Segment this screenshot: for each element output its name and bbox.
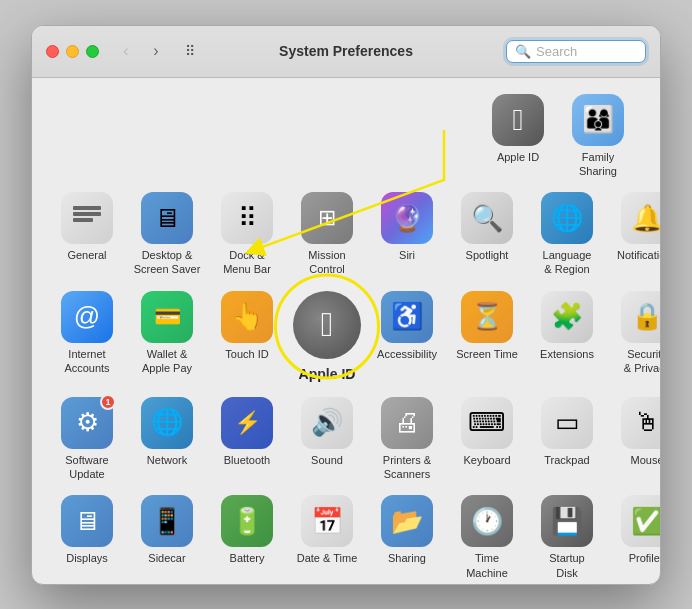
extensions-emoji: 🧩: [551, 301, 583, 332]
pref-item-apple-id-center[interactable]:  Apple ID: [288, 287, 366, 387]
network-emoji: 🌐: [151, 407, 183, 438]
mouse-label: Mouse: [630, 453, 660, 467]
wallet-icon: 💳: [141, 291, 193, 343]
pref-item-mouse[interactable]: 🖱 Mouse: [608, 393, 660, 486]
sound-emoji: 🔊: [311, 407, 343, 438]
apple-id-top-icon: : [492, 94, 544, 146]
pref-item-bluetooth[interactable]: ⚡ Bluetooth: [208, 393, 286, 486]
forward-button[interactable]: ›: [143, 40, 169, 62]
search-box[interactable]: 🔍: [506, 40, 646, 63]
security-icon: 🔒: [621, 291, 660, 343]
close-button[interactable]: [46, 45, 59, 58]
internet-emoji: @: [74, 301, 100, 332]
pref-item-printers[interactable]: 🖨 Printers &Scanners: [368, 393, 446, 486]
touchid-icon: 👆: [221, 291, 273, 343]
pref-row-4: 🖥 Displays 📱 Sidecar 🔋 Battery: [48, 491, 644, 583]
dock-label: Dock &Menu Bar: [223, 248, 271, 277]
pref-item-battery[interactable]: 🔋 Battery: [208, 491, 286, 583]
pref-item-desktop[interactable]: 🖥 Desktop &Screen Saver: [128, 188, 206, 281]
pref-item-sidecar[interactable]: 📱 Sidecar: [128, 491, 206, 583]
pref-item-general[interactable]: General: [48, 188, 126, 281]
touchid-emoji: 👆: [231, 301, 263, 332]
network-icon: 🌐: [141, 397, 193, 449]
window-title: System Preferences: [279, 43, 413, 59]
pref-item-screentime[interactable]: ⏳ Screen Time: [448, 287, 526, 387]
pref-item-siri[interactable]: 🔮 Siri: [368, 188, 446, 281]
bluetooth-symbol: ⚡: [234, 410, 261, 436]
nav-buttons: ‹ › ⠿: [113, 40, 203, 62]
maximize-button[interactable]: [86, 45, 99, 58]
mouse-emoji: 🖱: [634, 407, 660, 438]
pref-item-wallet[interactable]: 💳 Wallet &Apple Pay: [128, 287, 206, 387]
accessibility-icon: ♿: [381, 291, 433, 343]
sharing-icon: 📂: [381, 495, 433, 547]
family-sharing-label: Family Sharing: [564, 150, 632, 179]
trackpad-emoji: ▭: [555, 407, 580, 438]
security-emoji: 🔒: [631, 301, 660, 332]
startup-emoji: 💾: [551, 506, 583, 537]
internet-label: InternetAccounts: [64, 347, 109, 376]
pref-item-startup[interactable]: 💾 StartupDisk: [528, 491, 606, 583]
dock-emoji: ⠿: [238, 203, 257, 234]
wallet-emoji: 💳: [154, 304, 181, 330]
dock-icon: ⠿: [221, 192, 273, 244]
desktop-icon: 🖥: [141, 192, 193, 244]
mission-icon: ⊞: [301, 192, 353, 244]
pref-item-profiles[interactable]: ✅ Profiles: [608, 491, 660, 583]
language-emoji: 🌐: [551, 203, 583, 234]
pref-item-trackpad[interactable]: ▭ Trackpad: [528, 393, 606, 486]
pref-item-touchid[interactable]: 👆 Touch ID: [208, 287, 286, 387]
pref-item-family-sharing[interactable]: 👨‍👩‍👦 Family Sharing: [562, 90, 634, 183]
pref-item-timemachine[interactable]: 🕐 TimeMachine: [448, 491, 526, 583]
pref-row-2: @ InternetAccounts 💳 Wallet &Apple Pay 👆…: [48, 287, 644, 387]
keyboard-icon: ⌨: [461, 397, 513, 449]
keyboard-label: Keyboard: [463, 453, 510, 467]
datetime-emoji: 📅: [311, 506, 343, 537]
profiles-label: Profiles: [629, 551, 660, 565]
displays-label: Displays: [66, 551, 108, 565]
appleid-center-label: Apple ID: [299, 365, 356, 383]
pref-item-sound[interactable]: 🔊 Sound: [288, 393, 366, 486]
pref-item-network[interactable]: 🌐 Network: [128, 393, 206, 486]
timemachine-emoji: 🕐: [471, 506, 503, 537]
pref-item-language[interactable]: 🌐 Language& Region: [528, 188, 606, 281]
sharing-label: Sharing: [388, 551, 426, 565]
grid-view-button[interactable]: ⠿: [177, 40, 203, 62]
bluetooth-icon: ⚡: [221, 397, 273, 449]
battery-emoji: 🔋: [231, 506, 263, 537]
pref-item-internet-accounts[interactable]: @ InternetAccounts: [48, 287, 126, 387]
pref-item-extensions[interactable]: 🧩 Extensions: [528, 287, 606, 387]
family-icon: 👨‍👩‍👦: [582, 104, 614, 135]
security-label: Security& Privacy: [624, 347, 660, 376]
spotlight-label: Spotlight: [466, 248, 509, 262]
sharing-emoji: 📂: [391, 506, 423, 537]
extensions-icon: 🧩: [541, 291, 593, 343]
pref-item-software-update[interactable]: ⚙ 1 SoftwareUpdate: [48, 393, 126, 486]
pref-item-accessibility[interactable]: ♿ Accessibility: [368, 287, 446, 387]
spotlight-icon: 🔍: [461, 192, 513, 244]
desktop-emoji: 🖥: [154, 203, 180, 234]
pref-item-keyboard[interactable]: ⌨ Keyboard: [448, 393, 526, 486]
pref-item-spotlight[interactable]: 🔍 Spotlight: [448, 188, 526, 281]
system-preferences-window: ‹ › ⠿ System Preferences 🔍: [31, 25, 661, 585]
siri-label: Siri: [399, 248, 415, 262]
trackpad-label: Trackpad: [544, 453, 589, 467]
datetime-label: Date & Time: [297, 551, 358, 565]
printers-emoji: 🖨: [394, 407, 420, 438]
back-button[interactable]: ‹: [113, 40, 139, 62]
pref-item-sharing[interactable]: 📂 Sharing: [368, 491, 446, 583]
minimize-button[interactable]: [66, 45, 79, 58]
pref-item-displays[interactable]: 🖥 Displays: [48, 491, 126, 583]
preferences-content:  Apple ID 👨‍👩‍👦 Family Sharing: [32, 78, 660, 584]
preferences-grid: General 🖥 Desktop &Screen Saver ⠿ Dock &…: [48, 188, 644, 583]
touchid-label: Touch ID: [225, 347, 268, 361]
search-input[interactable]: [536, 44, 637, 59]
accessibility-label: Accessibility: [377, 347, 437, 361]
pref-item-datetime[interactable]: 📅 Date & Time: [288, 491, 366, 583]
pref-item-dock[interactable]: ⠿ Dock &Menu Bar: [208, 188, 286, 281]
pref-item-mission[interactable]: ⊞ MissionControl: [288, 188, 366, 281]
sidecar-emoji: 📱: [151, 506, 183, 537]
pref-item-apple-id-top[interactable]:  Apple ID: [482, 90, 554, 183]
pref-item-security[interactable]: 🔒 Security& Privacy: [608, 287, 660, 387]
pref-item-notifications[interactable]: 🔔 Notifications: [608, 188, 660, 281]
